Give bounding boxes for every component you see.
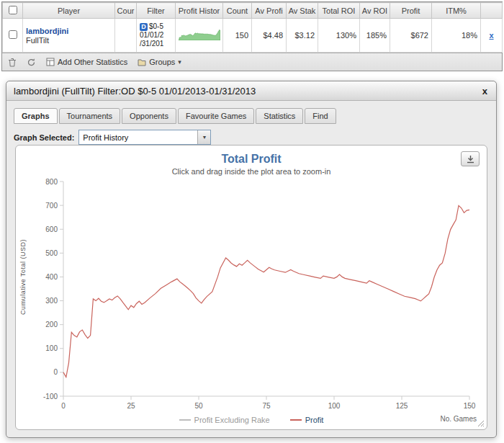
add-statistics-icon (46, 58, 55, 66)
player-site-label: FullTilt (26, 36, 112, 45)
delete-button[interactable] (8, 58, 17, 67)
graph-type-value: Profit History (79, 133, 197, 142)
svg-text:75: 75 (262, 402, 271, 410)
col-filter[interactable]: Filter (137, 3, 176, 19)
graph-select-row: Graph Selected: Profit History ▼ (6, 124, 496, 145)
remove-row-button[interactable]: x (489, 31, 493, 40)
filter-date-to: /31/201 (140, 40, 172, 48)
legend-label-excluding-rake: Profit Excluding Rake (194, 416, 270, 424)
av-stake-cell: $3.12 (287, 19, 318, 53)
download-icon (467, 155, 474, 164)
col-total-roi[interactable]: Total ROI (318, 3, 360, 19)
tab-favourite-games[interactable]: Favourite Games (178, 108, 254, 124)
select-all-checkbox[interactable] (9, 6, 17, 14)
svg-text:150: 150 (464, 402, 476, 410)
tab-statistics[interactable]: Statistics (256, 108, 303, 124)
chart-panel: Total Profit Click and drag inside the p… (15, 145, 487, 430)
svg-text:800: 800 (45, 178, 58, 186)
col-select (3, 3, 23, 19)
filter-date-from: 01/01/2 (140, 31, 172, 40)
svg-text:0: 0 (61, 402, 66, 410)
groups-icon (138, 58, 146, 66)
svg-text:200: 200 (45, 321, 58, 328)
svg-text:0: 0 (53, 368, 58, 376)
x-axis-title: No. Games (440, 415, 477, 423)
player-results-table: Player Cour Filter Profit Histor Count A… (2, 2, 503, 53)
col-profit-history[interactable]: Profit Histor (176, 3, 223, 19)
filter-stake: $0-5 (149, 22, 163, 30)
legend-swatch-profit (290, 419, 302, 421)
select-arrow-icon[interactable]: ▼ (197, 130, 210, 144)
count-cell: 150 (223, 19, 252, 53)
country-cell (115, 19, 137, 53)
table-header-row: Player Cour Filter Profit Histor Count A… (3, 3, 503, 19)
filter-cell: D$0-5 01/01/2 /31/201 (137, 19, 176, 53)
legend-swatch-excluding-rake (179, 419, 191, 421)
svg-text:300: 300 (45, 297, 58, 305)
chart-subtitle: Click and drag inside the plot area to z… (16, 167, 487, 176)
table-row: lambordjini FullTilt D$0-5 01/01/2 /31/2… (3, 19, 503, 53)
player-detail-dialog: lambordjini (FullTilt) Filter:OD $0-5 01… (6, 81, 497, 438)
graph-selected-label: Graph Selected: (14, 133, 74, 142)
add-other-statistics-button[interactable]: Add Other Statistics (46, 58, 127, 66)
svg-text:700: 700 (45, 202, 58, 210)
col-itm[interactable]: ITM% (432, 3, 481, 19)
table-toolbar: Add Other Statistics Groups ▾ (2, 53, 502, 71)
trash-icon (8, 58, 17, 67)
profit-chart-svg[interactable]: -100010020030040050060070080002550751001… (20, 177, 481, 415)
player-name-link[interactable]: lambordjini (26, 27, 112, 35)
tab-find[interactable]: Find (305, 108, 336, 124)
profit-cell: $672 (390, 19, 432, 53)
download-chart-button[interactable] (461, 151, 480, 166)
av-profit-cell: $4.48 (252, 19, 287, 53)
refresh-button[interactable] (27, 58, 36, 67)
svg-text:400: 400 (45, 273, 58, 281)
col-remove (481, 3, 503, 19)
svg-text:50: 50 (194, 402, 203, 410)
dialog-title: lambordjini (FullTilt) Filter:OD $0-5 01… (14, 86, 256, 97)
groups-label: Groups (149, 58, 175, 66)
total-roi-cell: 130% (318, 19, 360, 53)
tab-opponents[interactable]: Opponents (122, 108, 176, 124)
svg-text:25: 25 (127, 402, 135, 410)
svg-text:500: 500 (45, 249, 58, 257)
col-profit[interactable]: Profit (390, 3, 432, 19)
col-av-profit[interactable]: Av Profi (252, 3, 287, 19)
dialog-header[interactable]: lambordjini (FullTilt) Filter:OD $0-5 01… (6, 81, 496, 101)
col-count[interactable]: Count (223, 3, 252, 19)
refresh-icon (27, 58, 36, 67)
col-player[interactable]: Player (23, 3, 115, 19)
tab-tournaments[interactable]: Tournaments (59, 108, 121, 124)
itm-cell: 18% (432, 19, 481, 53)
svg-text:100: 100 (45, 344, 58, 352)
screen: Player Cour Filter Profit Histor Count A… (0, 0, 504, 443)
profit-history-cell[interactable] (176, 19, 223, 53)
groups-button[interactable]: Groups ▾ (138, 58, 181, 66)
chart-title: Total Profit (16, 153, 487, 166)
tab-bar: Graphs Tournaments Opponents Favourite G… (14, 108, 496, 124)
col-av-roi[interactable]: Av ROI (360, 3, 390, 19)
legend-item-0[interactable]: Profit Excluding Rake (179, 416, 270, 424)
chevron-down-icon: ▾ (178, 58, 181, 66)
legend-label-profit: Profit (305, 416, 324, 424)
results-table: Player Cour Filter Profit Histor Count A… (1, 1, 503, 71)
row-select-cell (3, 19, 23, 53)
row-checkbox[interactable] (9, 30, 17, 39)
col-av-stake[interactable]: Av Stak (287, 3, 318, 19)
resize-grip[interactable] (477, 419, 485, 427)
legend-item-1[interactable]: Profit (290, 416, 324, 424)
graph-type-select[interactable]: Profit History ▼ (78, 130, 211, 145)
profit-sparkline-svg (179, 30, 220, 40)
av-roi-cell: 185% (360, 19, 390, 53)
svg-text:-100: -100 (43, 393, 58, 401)
tab-graphs[interactable]: Graphs (14, 108, 58, 124)
date-filter-icon: D (140, 23, 148, 31)
remove-cell: x (481, 19, 503, 53)
svg-text:125: 125 (396, 402, 408, 410)
svg-text:600: 600 (45, 225, 58, 233)
player-cell: lambordjini FullTilt (23, 19, 115, 53)
col-country[interactable]: Cour (115, 3, 137, 19)
dialog-close-button[interactable]: x (481, 86, 489, 97)
add-other-statistics-label: Add Other Statistics (58, 58, 127, 66)
chart-legend: Profit Excluding Rake Profit (16, 416, 487, 424)
